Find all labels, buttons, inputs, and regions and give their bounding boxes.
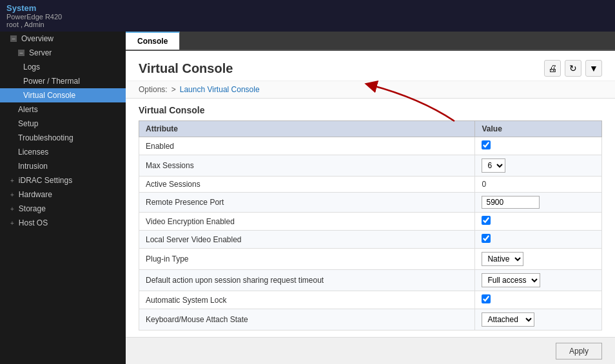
attribute-cell: Keyboard/Mouse Attach State	[139, 309, 475, 330]
plus-icon-storage: +	[10, 206, 14, 213]
table-row: Video Encryption Enabled	[139, 213, 602, 231]
print-button[interactable]: 🖨	[544, 60, 561, 77]
attribute-cell: Default action upon session sharing requ…	[139, 270, 475, 291]
value-cell: Full accessRead onlyDeny	[475, 270, 602, 291]
page-header: Virtual Console 🖨 ↻ ▼	[126, 51, 615, 81]
page-actions: 🖨 ↻ ▼	[544, 60, 602, 77]
refresh-icon: ↻	[569, 63, 577, 73]
value-cell	[475, 291, 602, 309]
sidebar-label-logs: Logs	[23, 62, 40, 72]
sidebar: – Overview – Server Logs Power / Thermal…	[0, 32, 126, 364]
options-section: Options: > Launch Virtual Console	[126, 81, 615, 99]
attribute-cell: Remote Presence Port	[139, 193, 475, 213]
apply-label: Apply	[569, 347, 589, 356]
checkbox-input[interactable]	[482, 294, 491, 303]
sidebar-label-setup: Setup	[18, 119, 38, 128]
refresh-button[interactable]: ↻	[565, 60, 581, 77]
checkbox-input[interactable]	[482, 140, 491, 149]
sidebar-item-hostos[interactable]: + Host OS	[0, 216, 126, 230]
sidebar-label-virtual-console: Virtual Console	[23, 91, 75, 100]
more-button[interactable]: ▼	[585, 60, 602, 77]
table-row: Local Server Video Enabled	[139, 231, 602, 249]
more-icon: ▼	[589, 63, 598, 73]
plus-icon-idrac: +	[10, 177, 14, 184]
attribute-cell: Plug-in Type	[139, 249, 475, 270]
select-input[interactable]: 123456	[482, 158, 505, 173]
options-bar: Options: > Launch Virtual Console	[126, 81, 615, 99]
options-label: Options:	[139, 85, 168, 94]
launch-virtual-console-link[interactable]: Launch Virtual Console	[180, 85, 260, 94]
table-footer: Apply	[126, 337, 615, 364]
table-row: Max Sessions123456	[139, 155, 602, 177]
sidebar-item-alerts[interactable]: Alerts	[0, 102, 126, 117]
sidebar-item-virtual-console[interactable]: Virtual Console	[0, 88, 126, 102]
sidebar-label-intrusion: Intrusion	[18, 162, 48, 171]
page-title: Virtual Console	[139, 61, 233, 76]
section-title: Virtual Console	[139, 105, 602, 115]
sidebar-item-overview[interactable]: – Overview	[0, 32, 126, 46]
header-model: PowerEdge R420	[6, 13, 62, 21]
sidebar-item-storage[interactable]: + Storage	[0, 202, 126, 216]
table-row: Active Sessions0	[139, 177, 602, 193]
sidebar-item-setup[interactable]: Setup	[0, 117, 126, 131]
tab-console-label: Console	[137, 37, 168, 46]
value-header: Value	[475, 121, 602, 137]
value-cell: 123456	[475, 155, 602, 177]
virtual-console-section: Virtual Console Attribute Value EnabledM…	[126, 99, 615, 337]
table-row: Default action upon session sharing requ…	[139, 270, 602, 291]
sidebar-label-troubleshooting: Troubleshooting	[18, 133, 73, 142]
value-cell	[475, 231, 602, 249]
checkbox-input[interactable]	[482, 234, 491, 243]
sidebar-item-idrac[interactable]: + iDRAC Settings	[0, 173, 126, 187]
header-subtitle: PowerEdge R420 root , Admin	[6, 13, 609, 28]
sidebar-label-overview: Overview	[21, 34, 54, 43]
table-row: Plug-in TypeNativeJava	[139, 249, 602, 270]
apply-button[interactable]: Apply	[556, 343, 602, 359]
table-row: Enabled	[139, 137, 602, 155]
attribute-cell: Active Sessions	[139, 177, 475, 193]
value-cell: NativeJava	[475, 249, 602, 270]
value-cell	[475, 213, 602, 231]
plus-icon-hostos: +	[10, 220, 14, 227]
table-row: Remote Presence Port	[139, 193, 602, 213]
attribute-cell: Max Sessions	[139, 155, 475, 177]
minus-icon-server: –	[18, 50, 24, 56]
select-input[interactable]: AttachedDetached	[482, 312, 534, 327]
sidebar-item-licenses[interactable]: Licenses	[0, 145, 126, 159]
attribute-header: Attribute	[139, 121, 475, 137]
print-icon: 🖨	[548, 63, 557, 73]
options-separator: >	[171, 85, 176, 94]
attribute-cell: Automatic System Lock	[139, 291, 475, 309]
table-row: Automatic System Lock	[139, 291, 602, 309]
sidebar-label-licenses: Licenses	[18, 148, 48, 157]
value-cell	[475, 137, 602, 155]
tab-bar: Console	[126, 32, 615, 51]
sidebar-item-hardware[interactable]: + Hardware	[0, 187, 126, 202]
select-input[interactable]: Full accessRead onlyDeny	[482, 273, 540, 287]
sidebar-label-alerts: Alerts	[18, 105, 38, 114]
attribute-cell: Video Encryption Enabled	[139, 213, 475, 231]
settings-table: Attribute Value EnabledMax Sessions12345…	[139, 120, 602, 330]
sidebar-item-troubleshooting[interactable]: Troubleshooting	[0, 131, 126, 145]
sidebar-label-hardware: Hardware	[19, 190, 52, 199]
sidebar-item-logs[interactable]: Logs	[0, 60, 126, 74]
sidebar-item-power-thermal[interactable]: Power / Thermal	[0, 74, 126, 88]
plus-icon-hardware: +	[10, 191, 14, 198]
tab-console[interactable]: Console	[126, 32, 180, 50]
checkbox-input[interactable]	[482, 216, 491, 225]
table-row: Keyboard/Mouse Attach StateAttachedDetac…	[139, 309, 602, 330]
minus-icon: –	[10, 35, 17, 42]
attribute-cell: Local Server Video Enabled	[139, 231, 475, 249]
value-cell: AttachedDetached	[475, 309, 602, 330]
sidebar-label-server: Server	[29, 48, 52, 57]
value-cell: 0	[475, 177, 602, 193]
content-area: Console Virtual Console 🖨 ↻ ▼ Options:	[126, 32, 615, 364]
sidebar-label-idrac: iDRAC Settings	[19, 176, 72, 185]
header-user: root , Admin	[6, 21, 44, 28]
sidebar-item-intrusion[interactable]: Intrusion	[0, 159, 126, 173]
sidebar-label-power: Power / Thermal	[23, 77, 80, 86]
select-input[interactable]: NativeJava	[482, 252, 523, 266]
sidebar-item-server[interactable]: – Server	[0, 46, 126, 60]
value-cell	[475, 193, 602, 213]
text-input[interactable]	[482, 196, 540, 209]
